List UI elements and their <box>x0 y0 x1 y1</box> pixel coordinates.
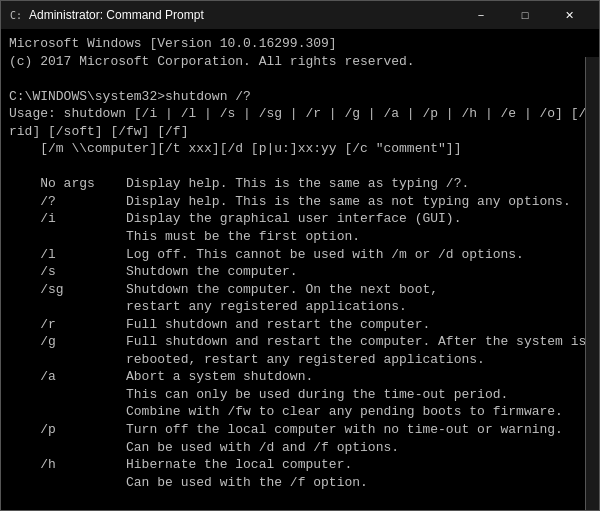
terminal-line: /h Hibernate the local computer. <box>9 456 591 474</box>
terminal-line: No args Display help. This is the same a… <box>9 175 591 193</box>
terminal-output[interactable]: Microsoft Windows [Version 10.0.16299.30… <box>1 29 599 510</box>
terminal-line: /? Display help. This is the same as not… <box>9 193 591 211</box>
terminal-line: Usage: shutdown [/i | /l | /s | /sg | /r… <box>9 105 591 123</box>
title-bar-left: C: Administrator: Command Prompt <box>9 8 204 22</box>
terminal-line: /r Full shutdown and restart the compute… <box>9 316 591 334</box>
cmd-icon: C: <box>9 8 23 22</box>
command-prompt-window: C: Administrator: Command Prompt − □ ✕ M… <box>0 0 600 511</box>
terminal-line: /s Shutdown the computer. <box>9 263 591 281</box>
close-button[interactable]: ✕ <box>547 1 591 29</box>
terminal-line: C:\WINDOWS\system32>shutdown /? <box>9 88 591 106</box>
terminal-line: rid] [/soft] [/fw] [/f] <box>9 123 591 141</box>
window-controls: − □ ✕ <box>459 1 591 29</box>
terminal-line: /g Full shutdown and restart the compute… <box>9 333 591 351</box>
maximize-button[interactable]: □ <box>503 1 547 29</box>
terminal-line: Combine with /fw to clear any pending bo… <box>9 403 591 421</box>
terminal-line: rebooted, restart any registered applica… <box>9 351 591 369</box>
title-bar: C: Administrator: Command Prompt − □ ✕ <box>1 1 599 29</box>
terminal-line: /sg Shutdown the computer. On the next b… <box>9 281 591 299</box>
terminal-line <box>9 158 591 176</box>
terminal-line: Microsoft Windows [Version 10.0.16299.30… <box>9 35 591 53</box>
terminal-line <box>9 70 591 88</box>
terminal-line: This can only be used during the time-ou… <box>9 386 591 404</box>
terminal-line <box>9 491 591 509</box>
terminal-line: /hybrid Performs a shutdown of the compu… <box>9 509 591 510</box>
terminal-line: [/m \\computer][/t xxx][/d [p|u:]xx:yy [… <box>9 140 591 158</box>
minimize-button[interactable]: − <box>459 1 503 29</box>
terminal-line: Can be used with /d and /f options. <box>9 439 591 457</box>
scrollbar[interactable] <box>585 57 599 510</box>
terminal-line: Can be used with the /f option. <box>9 474 591 492</box>
terminal-line: /p Turn off the local computer with no t… <box>9 421 591 439</box>
svg-text:C:: C: <box>10 10 22 21</box>
terminal-line: This must be the first option. <box>9 228 591 246</box>
terminal-line: /l Log off. This cannot be used with /m … <box>9 246 591 264</box>
window-title: Administrator: Command Prompt <box>29 8 204 22</box>
terminal-line: /i Display the graphical user interface … <box>9 210 591 228</box>
terminal-line: /a Abort a system shutdown. <box>9 368 591 386</box>
terminal-line: restart any registered applications. <box>9 298 591 316</box>
terminal-line: (c) 2017 Microsoft Corporation. All righ… <box>9 53 591 71</box>
